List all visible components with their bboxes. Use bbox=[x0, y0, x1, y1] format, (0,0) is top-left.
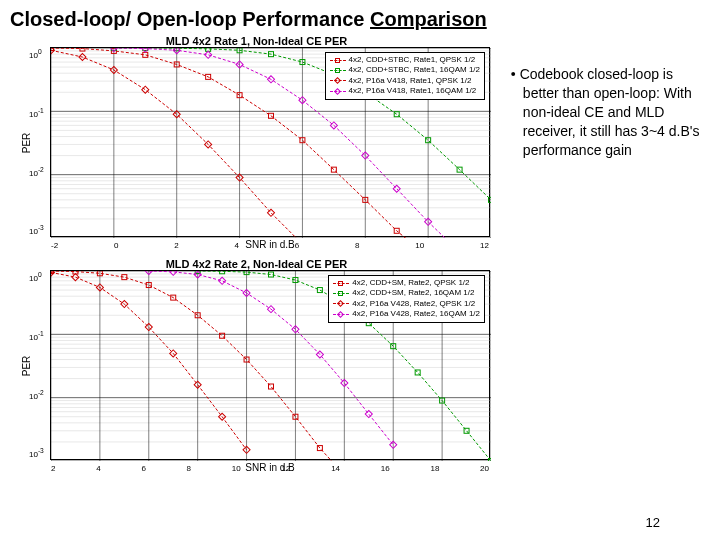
chart-1: MLD 4x2 Rate 1, Non-Ideal CE PER PER 4x2… bbox=[10, 35, 503, 250]
chart-1-legend: 4x2, CDD+STBC, Rate1, QPSK 1/24x2, CDD+S… bbox=[325, 52, 485, 100]
chart-2-legend: 4x2, CDD+SM, Rate2, QPSK 1/24x2, CDD+SM,… bbox=[328, 275, 485, 323]
chart-2: MLD 4x2 Rate 2, Non-Ideal CE PER PER 4x2… bbox=[10, 258, 503, 473]
bullet-1: • Codebook closed-loop is better than op… bbox=[511, 65, 706, 159]
page-number: 12 bbox=[646, 515, 660, 530]
title-text: Closed-loop/ Open-loop Performance bbox=[10, 8, 370, 30]
charts-column: MLD 4x2 Rate 1, Non-Ideal CE PER PER 4x2… bbox=[10, 35, 503, 481]
chart-2-xticks: 2468101214161820 bbox=[51, 464, 489, 473]
chart-1-plot: 4x2, CDD+STBC, Rate1, QPSK 1/24x2, CDD+S… bbox=[50, 47, 490, 237]
title-underlined: Comparison bbox=[370, 8, 487, 30]
chart-1-yticks: 10010-110-210-3 bbox=[29, 48, 44, 236]
chart-2-title: MLD 4x2 Rate 2, Non-Ideal CE PER bbox=[10, 258, 503, 270]
bullet-1-text: Codebook closed-loop is better than open… bbox=[520, 66, 700, 158]
chart-1-xticks: -2024681012 bbox=[51, 241, 489, 250]
page-title: Closed-loop/ Open-loop Performance Compa… bbox=[0, 0, 720, 35]
chart-1-title: MLD 4x2 Rate 1, Non-Ideal CE PER bbox=[10, 35, 503, 47]
chart-2-yticks: 10010-110-210-3 bbox=[29, 271, 44, 459]
chart-2-plot: 4x2, CDD+SM, Rate2, QPSK 1/24x2, CDD+SM,… bbox=[50, 270, 490, 460]
side-notes: • Codebook closed-loop is better than op… bbox=[503, 35, 710, 481]
